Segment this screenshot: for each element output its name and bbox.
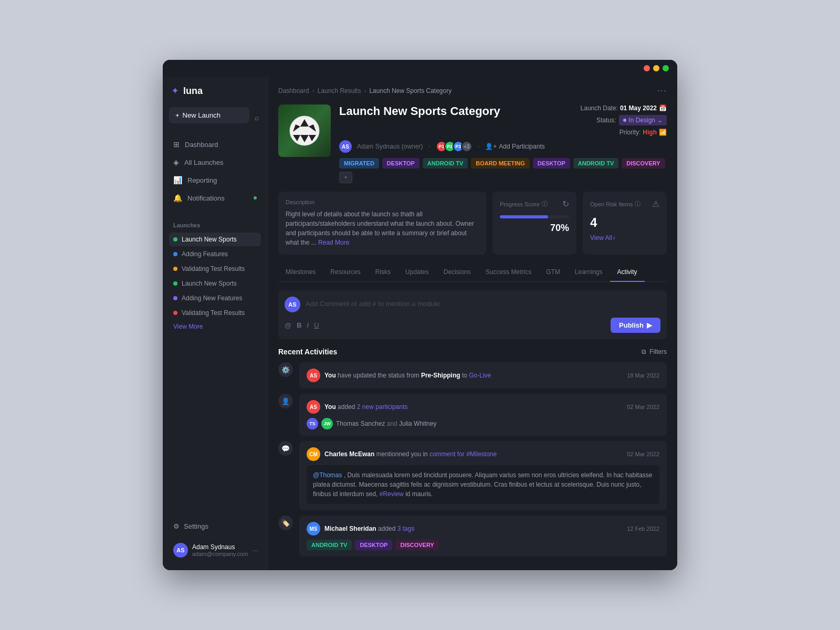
launch-date-label: Launch Date: xyxy=(581,104,618,112)
filters-label: Filters xyxy=(649,348,667,355)
activity-content-3: CM Charles McEwan mentionned you in comm… xyxy=(299,441,667,510)
participant-ts: TS xyxy=(307,418,318,429)
activity-main-row-1: AS You have updated the status from Pre-… xyxy=(307,369,659,382)
add-participants-button[interactable]: 👤+ Add Participants xyxy=(485,143,544,150)
sidebar: ✦ luna + New Launch ⌕ ⊞ Das xyxy=(163,77,268,570)
at-icon[interactable]: @ xyxy=(285,321,291,329)
progress-label: Progress Score ⓘ xyxy=(500,200,548,208)
publish-button[interactable]: Publish ▶ xyxy=(611,318,660,333)
tab-updates[interactable]: Updates xyxy=(398,263,436,282)
launch-item-label: Validating Test Results xyxy=(182,309,245,317)
progress-card: Progress Score ⓘ ↻ 70% xyxy=(492,192,576,255)
breadcrumb-menu-icon[interactable]: ··· xyxy=(657,85,667,96)
comment-placeholder[interactable]: Add Comment or add # to mention a module xyxy=(306,297,660,311)
tab-resources[interactable]: Resources xyxy=(323,263,368,282)
sidebar-item-adding-new[interactable]: Adding New Features xyxy=(169,291,261,305)
sidebar-item-adding-features[interactable]: Adding Features xyxy=(169,247,261,261)
settings-icon: ⚙ xyxy=(173,522,180,530)
tag-board-meeting[interactable]: BOARD MEETING xyxy=(471,158,530,169)
sidebar-item-launch-new-sports-2[interactable]: Launch New Sports xyxy=(169,277,261,290)
read-more-link[interactable]: Read More xyxy=(318,239,349,246)
breadcrumb-dashboard[interactable]: Dashboard xyxy=(278,87,309,94)
sidebar-item-reporting[interactable]: 📊 Reporting xyxy=(169,172,261,188)
owner-name: Adam Sydnaus (owner) xyxy=(357,143,423,150)
settings-label: Settings xyxy=(184,522,208,530)
activity-avatar-2: AS xyxy=(307,400,320,414)
logo-icon: ✦ xyxy=(171,85,179,97)
sidebar-item-all-launches[interactable]: ◈ All Launches xyxy=(169,154,261,171)
launch-item-label: Launch New Sports xyxy=(182,280,237,287)
filters-button[interactable]: ⧉ Filters xyxy=(642,348,667,355)
new-launch-label: New Launch xyxy=(183,111,220,119)
filter-icon: ⧉ xyxy=(642,348,646,355)
progress-pct: 70% xyxy=(500,223,569,234)
breadcrumb-launch-results[interactable]: Launch Results xyxy=(318,87,361,94)
tab-risks[interactable]: Risks xyxy=(368,263,398,282)
activity-type-icon-1: ⚙️ xyxy=(278,362,293,377)
info-icon: ⓘ xyxy=(542,200,548,208)
window-controls xyxy=(644,65,669,71)
new-launch-button[interactable]: + New Launch xyxy=(169,107,249,123)
sidebar-item-validating[interactable]: Validating Test Results xyxy=(169,262,261,276)
description-card: Description Right level of details about… xyxy=(278,192,486,255)
participant-jw: JW xyxy=(321,418,333,429)
tab-decisions[interactable]: Decisions xyxy=(436,263,478,282)
minimize-button[interactable] xyxy=(653,65,659,71)
tag-desktop-1[interactable]: DESKTOP xyxy=(382,158,419,169)
reporting-icon: 📊 xyxy=(173,176,182,184)
activity-content-2: AS You added 2 new participants 02 Mar 2… xyxy=(299,394,667,436)
project-info: Launch New Sports Category Launch Date: … xyxy=(339,104,667,183)
warning-icon: ⚠ xyxy=(652,199,659,209)
project-meta-right: Launch Date: 01 May 2022 📅 Status: In De… xyxy=(581,104,667,136)
status-badge[interactable]: In Design ⌄ xyxy=(619,115,667,125)
view-all-link[interactable]: View All › xyxy=(590,234,659,242)
tab-milestones[interactable]: Milestones xyxy=(278,263,323,282)
activity-date-3: 02 Mar 2022 xyxy=(627,451,659,457)
maximize-button[interactable] xyxy=(663,65,669,71)
settings-item[interactable]: ⚙ Settings xyxy=(169,518,261,534)
progress-card-header: Progress Score ⓘ ↻ xyxy=(500,199,569,209)
priority-icon: 📶 xyxy=(659,129,667,136)
avatar: AS xyxy=(173,543,188,558)
search-button[interactable]: ⌕ xyxy=(253,107,261,128)
italic-icon[interactable]: I xyxy=(307,321,309,329)
user-menu-icon[interactable]: ··· xyxy=(252,546,258,554)
tab-success-metrics[interactable]: Success Metrics xyxy=(478,263,539,282)
close-button[interactable] xyxy=(644,65,650,71)
app-window: ✦ luna + New Launch ⌕ ⊞ Das xyxy=(163,60,677,570)
activity-tag-1: ANDROID TV xyxy=(307,540,352,550)
status-dot xyxy=(623,119,626,122)
info-icon-2: ⓘ xyxy=(635,200,640,208)
project-header: Launch New Sports Category Launch Date: … xyxy=(278,104,667,183)
sidebar-item-dashboard[interactable]: ⊞ Dashboard xyxy=(169,136,261,153)
owner-name-text: Adam Sydnaus xyxy=(357,143,400,150)
activity-text-1: You have updated the status from Pre-Shi… xyxy=(324,372,623,379)
view-more-link[interactable]: View More xyxy=(169,321,261,332)
activity-main-row-2: AS You added 2 new participants 02 Mar 2… xyxy=(307,400,659,414)
priority-badge: High 📶 xyxy=(643,129,667,136)
activity-date-4: 12 Feb 2022 xyxy=(627,526,659,532)
activity-date-1: 18 Mar 2022 xyxy=(627,372,659,379)
launch-date-value: 01 May 2022 xyxy=(620,104,657,112)
tag-android-tv-1[interactable]: ANDROID TV xyxy=(423,158,468,169)
tab-activity[interactable]: Activity xyxy=(610,263,645,282)
risk-card-header: Open Risk Items ⓘ ⚠ xyxy=(590,199,659,209)
tab-learnings[interactable]: Learnings xyxy=(568,263,610,282)
bold-icon[interactable]: B xyxy=(297,321,301,329)
participant-count: +3 xyxy=(461,141,472,152)
activity-tags-row: ANDROID TV DESKTOP DISCOVERY xyxy=(307,540,659,550)
sidebar-item-validating-2[interactable]: Validating Test Results xyxy=(169,306,261,320)
tag-desktop-2[interactable]: DESKTOP xyxy=(533,158,570,169)
launches-icon: ◈ xyxy=(173,158,179,166)
underline-icon[interactable]: U xyxy=(314,321,319,329)
tab-gtm[interactable]: GTM xyxy=(539,263,568,282)
tag-android-tv-2[interactable]: ANDROID TV xyxy=(573,158,618,169)
tag-migrated[interactable]: MIGRATED xyxy=(339,158,379,169)
project-thumbnail xyxy=(278,104,331,157)
tag-discovery[interactable]: DISCOVERY xyxy=(622,158,665,169)
comment-input-area[interactable]: Add Comment or add # to mention a module xyxy=(306,297,660,311)
add-tag-button[interactable]: + xyxy=(339,172,352,183)
sidebar-item-notifications[interactable]: 🔔 Notifications xyxy=(169,190,261,206)
launch-dot xyxy=(173,296,177,300)
sidebar-item-launch-new-sports[interactable]: Launch New Sports xyxy=(169,233,261,246)
